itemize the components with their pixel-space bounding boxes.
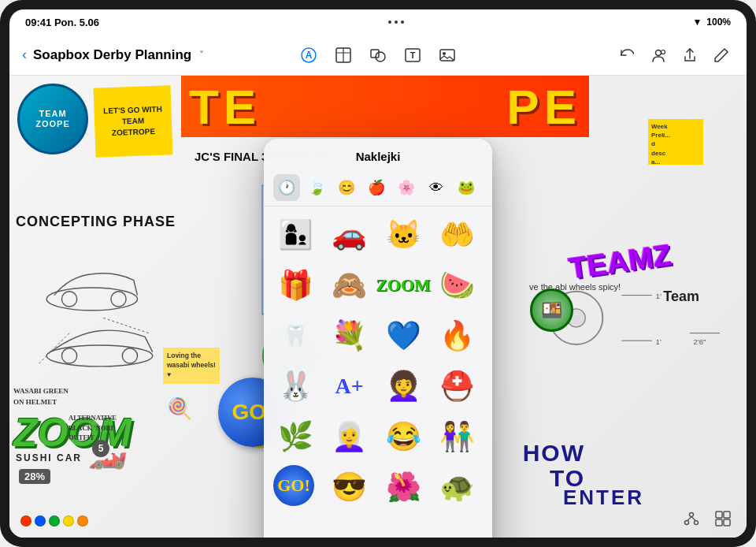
svg-point-16	[46, 345, 152, 367]
collaborate-button[interactable]	[646, 43, 671, 68]
sticker-woman2[interactable]: 👩‍🦳	[328, 415, 372, 459]
table-button[interactable]	[331, 43, 356, 68]
wasabi-annotation: WASABI GREENON HELMET	[13, 386, 69, 407]
sticker-heart[interactable]: 💙	[381, 314, 425, 358]
back-button[interactable]: ‹	[22, 47, 27, 63]
enter-text: ENTER	[563, 486, 644, 510]
sticker-sunglasses[interactable]: 😎	[328, 465, 372, 509]
team-banner: TE PE	[181, 76, 589, 137]
document-title: Soapbox Derby Planning	[33, 47, 191, 63]
category-food[interactable]: 🍎	[363, 174, 390, 201]
sticky-note-lets-go: LET'S GO WITH TEAM ZOETROPE	[93, 85, 172, 157]
swatch-red[interactable]	[20, 515, 32, 527]
category-flower[interactable]: 🌸	[393, 174, 420, 201]
sticker-helmet[interactable]: ⛑️	[435, 364, 480, 408]
status-indicators: ▼ 100%	[692, 17, 731, 28]
node-button[interactable]	[680, 508, 702, 530]
svg-point-37	[695, 521, 699, 525]
sticker-watermelon[interactable]: 🍉	[435, 263, 480, 307]
color-swatches	[20, 515, 88, 527]
category-eye[interactable]: 👁	[423, 174, 450, 201]
svg-rect-40	[716, 512, 722, 518]
svg-text:1': 1'	[656, 292, 662, 300]
team-label-right: Team	[663, 288, 699, 305]
svg-line-20	[39, 333, 69, 363]
sticker-zoom[interactable]: ZOOM	[381, 263, 425, 307]
add-text-button[interactable]: A	[296, 43, 321, 68]
svg-text:A: A	[306, 50, 313, 61]
category-frog[interactable]: 🐸	[453, 174, 480, 201]
svg-point-13	[46, 288, 137, 311]
sticker-red-car[interactable]: 🚗	[328, 213, 372, 257]
battery-icon: 100%	[706, 17, 731, 28]
sticker-hands[interactable]: 🤲	[435, 213, 480, 257]
svg-text:2'6": 2'6"	[694, 337, 706, 346]
wifi-icon: ▼	[692, 17, 702, 28]
sticker-grid: 👩‍👦 🚗 🐱 🤲 🎁 🙈 ZOOM 🍉 🦷 💐 💙 🔥 🐰 A+ 👩‍🦱	[264, 207, 492, 538]
sticker-woman-child[interactable]: 👩‍👦	[273, 213, 317, 257]
toolbar-left: ‹ Soapbox Derby Planning ˅	[22, 47, 255, 63]
media-button[interactable]	[435, 43, 460, 68]
grid-button[interactable]	[712, 508, 734, 530]
sticker-bunny[interactable]: 🐰	[273, 364, 317, 408]
svg-line-38	[687, 517, 691, 521]
sticker-a-plus[interactable]: A+	[328, 364, 372, 408]
svg-line-19	[103, 318, 149, 333]
shapes-button[interactable]	[365, 43, 391, 68]
sticker-gift[interactable]: 🎁	[273, 263, 317, 307]
sticker-girl[interactable]: 👩‍🦱	[381, 364, 425, 408]
sticker-laugh[interactable]: 😂	[381, 415, 425, 459]
swatch-green[interactable]	[49, 515, 60, 527]
category-leaf[interactable]: 🍃	[303, 174, 330, 201]
sticker-teeth[interactable]: 🦷	[273, 314, 317, 358]
svg-point-36	[685, 521, 689, 525]
svg-line-39	[691, 517, 695, 521]
sticker-fire-car[interactable]: 🔥	[435, 314, 480, 358]
svg-point-10	[443, 52, 446, 55]
toolbar-right	[501, 43, 734, 68]
loving-sticky: Loving the wasabi wheels! ♥	[163, 348, 220, 384]
edit-button[interactable]	[709, 43, 734, 68]
share-button[interactable]	[677, 43, 702, 68]
svg-text:1': 1'	[656, 337, 662, 346]
status-time: 09:41 Pon. 5.06	[25, 17, 99, 28]
swatch-orange[interactable]	[77, 515, 88, 527]
sticker-monkey[interactable]: 🙈	[328, 263, 372, 307]
number-badge: 5	[92, 440, 109, 457]
right-sticky: WeekPreli...ddesca...	[648, 119, 703, 165]
sticker-go2[interactable]: GO!	[273, 465, 314, 506]
sticker-panel-title: Naklejki	[264, 139, 492, 169]
back-chevron-icon: ‹	[22, 47, 27, 63]
swatch-yellow[interactable]	[63, 515, 74, 527]
sticker-panel: Naklejki 🕐 🍃 😊 🍎 🌸 👁 🐸 👩‍👦 🚗 🐱 �	[264, 139, 492, 538]
concepting-phase-label: CONCEPTING PHASE	[16, 214, 176, 230]
svg-point-11	[656, 50, 662, 55]
toolbar-center: A	[261, 43, 495, 68]
swatch-blue[interactable]	[35, 515, 46, 527]
sticker-bouquet[interactable]: 💐	[328, 314, 372, 358]
ipad-screen: 09:41 Pon. 5.06 ▼ 100% ‹ Soapbox Derby P…	[9, 9, 747, 538]
sushi-car-text: SUSHI CAR	[16, 452, 82, 463]
svg-point-18	[122, 348, 137, 363]
how-text: HOW	[523, 440, 585, 467]
sticker-flower2[interactable]: 🌺	[381, 465, 425, 509]
sticker-cat[interactable]: 🐱	[381, 213, 425, 257]
team-logo-circle: TEAMZOOPE	[17, 84, 88, 154]
sticker-couple[interactable]: 👫	[435, 415, 480, 459]
svg-point-17	[61, 348, 76, 363]
text-style-button[interactable]: T	[400, 43, 425, 68]
canvas-area[interactable]: 1' 1' 2'6" LET'S GO WITH TEAM ZOETROPE	[9, 76, 747, 538]
status-dots	[388, 20, 404, 24]
svg-point-35	[690, 513, 694, 517]
percent-badge: 28%	[19, 469, 50, 484]
title-dropdown-icon[interactable]: ˅	[199, 50, 204, 61]
bottom-right-controls	[680, 508, 734, 530]
ipad-frame: 09:41 Pon. 5.06 ▼ 100% ‹ Soapbox Derby P…	[0, 0, 756, 547]
svg-text:T: T	[410, 50, 416, 60]
undo-button[interactable]	[614, 43, 639, 68]
sticker-leaves[interactable]: 🌿	[273, 415, 317, 459]
svg-point-5	[376, 52, 385, 61]
category-emoji[interactable]: 😊	[333, 174, 360, 201]
sticker-turtle[interactable]: 🐢	[435, 465, 480, 509]
category-recent[interactable]: 🕐	[273, 174, 300, 201]
